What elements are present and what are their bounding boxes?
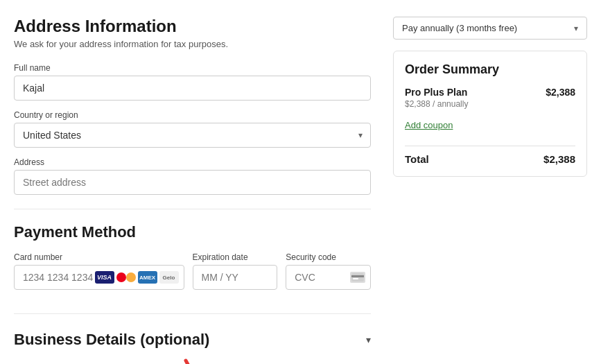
country-label: Country or region <box>14 110 371 120</box>
business-details-row[interactable]: Business Details (optional) ▾ <box>14 328 371 352</box>
payment-title: Payment Method <box>14 223 371 241</box>
divider-2 <box>14 313 371 314</box>
full-name-label: Full name <box>14 63 371 73</box>
total-row: Total $2,388 <box>405 153 575 165</box>
full-name-input[interactable] <box>14 76 371 101</box>
expiry-group: Expiration date <box>193 252 278 290</box>
amex-icon: AMEX <box>138 271 157 284</box>
address-group: Address <box>14 157 371 195</box>
full-name-group: Full name <box>14 63 371 101</box>
card-row: Card number VISA AMEX Gelo <box>14 252 371 300</box>
business-details-title: Business Details (optional) <box>14 331 209 349</box>
arrow-wrapper <box>14 357 371 364</box>
svg-rect-1 <box>351 275 364 277</box>
address-input[interactable] <box>14 170 371 195</box>
summary-divider <box>405 146 575 146</box>
divider-1 <box>14 209 371 209</box>
address-label: Address <box>14 157 371 167</box>
card-number-label: Card number <box>14 252 184 262</box>
card-icons: VISA AMEX Gelo <box>95 271 179 284</box>
right-panel: Pay annually (3 months free) ▾ Order Sum… <box>393 17 587 364</box>
left-panel: Address Information We ask for your addr… <box>14 17 371 364</box>
order-summary-box: Order Summary Pro Plus Plan $2,388 / ann… <box>393 51 587 177</box>
plan-billing: $2,388 / annually <box>405 99 468 109</box>
plan-name: Pro Plus Plan <box>405 87 468 98</box>
plan-info: Pro Plus Plan $2,388 / annually <box>405 87 468 109</box>
generic-card-icon: Gelo <box>159 271 179 284</box>
order-summary-title: Order Summary <box>405 62 575 77</box>
plan-price: $2,388 <box>546 87 575 98</box>
billing-dropdown-label: Pay annually (3 months free) <box>402 23 517 33</box>
expiry-label: Expiration date <box>193 252 278 262</box>
red-arrow-icon <box>175 357 210 364</box>
mc-left <box>116 272 126 282</box>
billing-dropdown-arrow-icon: ▾ <box>574 24 578 33</box>
visa-icon: VISA <box>95 271 114 284</box>
plan-row: Pro Plus Plan $2,388 / annually $2,388 <box>405 87 575 109</box>
security-input-wrapper <box>286 265 371 290</box>
country-select[interactable]: United States Canada United Kingdom Aust… <box>14 123 371 148</box>
svg-line-3 <box>186 361 200 364</box>
security-group: Security code <box>286 252 371 290</box>
business-chevron-icon: ▾ <box>366 334 371 345</box>
total-label: Total <box>405 153 429 165</box>
security-card-icon <box>350 272 365 283</box>
security-label: Security code <box>286 252 371 262</box>
billing-dropdown[interactable]: Pay annually (3 months free) ▾ <box>393 17 587 40</box>
security-card-icon-wrapper <box>350 272 365 283</box>
country-group: Country or region United States Canada U… <box>14 110 371 148</box>
mastercard-icon <box>116 271 136 284</box>
address-subtitle: We ask for your address information for … <box>14 39 371 49</box>
total-amount: $2,388 <box>543 153 575 165</box>
card-number-group: Card number VISA AMEX Gelo <box>14 252 184 290</box>
svg-rect-2 <box>353 278 358 279</box>
country-select-wrapper: United States Canada United Kingdom Aust… <box>14 123 371 148</box>
address-section: Address Information We ask for your addr… <box>14 17 371 195</box>
payment-section: Payment Method Card number VISA AME <box>14 223 371 300</box>
address-title: Address Information <box>14 17 371 36</box>
add-coupon-link[interactable]: Add coupon <box>405 120 453 130</box>
expiry-input[interactable] <box>193 265 278 290</box>
mc-right <box>126 272 136 282</box>
card-input-wrapper: VISA AMEX Gelo <box>14 265 184 290</box>
